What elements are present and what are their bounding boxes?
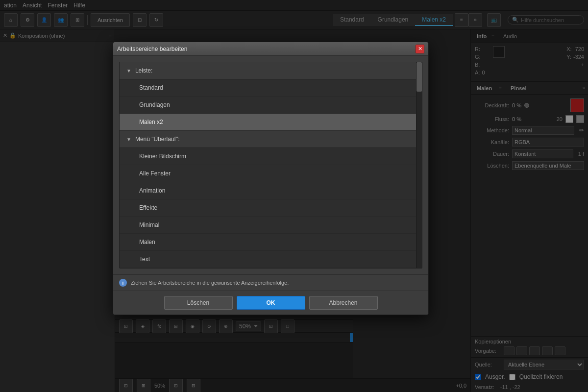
ok-button[interactable]: OK	[237, 296, 305, 310]
dialog-close-button[interactable]: ✕	[416, 45, 424, 53]
cancel-button[interactable]: Abbrechen	[309, 296, 378, 310]
info-icon: i	[119, 279, 127, 287]
list-item-grundlagen[interactable]: Grundlagen	[120, 97, 422, 114]
section-leiste-header[interactable]: ▼ Leiste:	[120, 62, 422, 79]
section-menu-label: Menü "Überlauf":	[135, 136, 180, 143]
dialog: Arbeitsbereiche bearbeiten ✕ ▼ Leiste: S…	[113, 42, 429, 315]
dialog-overlay: Arbeitsbereiche bearbeiten ✕ ▼ Leiste: S…	[0, 0, 588, 392]
dialog-list: ▼ Leiste: Standard Grundlagen Malen x2 ▼…	[119, 62, 422, 269]
delete-button[interactable]: Löschen	[164, 296, 233, 310]
list-item-kleiner-bildschirm[interactable]: Kleiner Bildschirm	[120, 148, 422, 165]
dialog-titlebar: Arbeitsbereiche bearbeiten ✕	[113, 42, 428, 56]
list-item-text[interactable]: Text	[120, 251, 422, 268]
list-item-alle-fenster[interactable]: Alle Fenster	[120, 165, 422, 182]
dialog-title: Arbeitsbereiche bearbeiten	[117, 46, 187, 52]
list-item-standard[interactable]: Standard	[120, 79, 422, 97]
section-menu-arrow: ▼	[126, 137, 131, 142]
scrollbar-thumb	[416, 62, 422, 92]
section-leiste-label: Leiste:	[135, 67, 152, 74]
scrollbar[interactable]	[416, 62, 422, 268]
section-leiste-arrow: ▼	[126, 68, 131, 74]
list-item-malen[interactable]: Malen	[120, 234, 422, 251]
dialog-info-bar: i Ziehen Sie Arbeitsbereiche in die gewü…	[113, 274, 428, 291]
list-item-minimal[interactable]: Minimal	[120, 217, 422, 234]
dialog-info-text: Ziehen Sie Arbeitsbereiche in die gewüns…	[131, 280, 289, 286]
list-item-effekte[interactable]: Effekte	[120, 199, 422, 217]
dialog-body: ▼ Leiste: Standard Grundlagen Malen x2 ▼…	[113, 56, 428, 274]
list-item-animation[interactable]: Animation	[120, 182, 422, 199]
list-item-malen-x2[interactable]: Malen x2	[120, 114, 422, 131]
dialog-buttons: Löschen OK Abbrechen	[113, 291, 428, 315]
section-menu-header[interactable]: ▼ Menü "Überlauf":	[120, 131, 422, 148]
